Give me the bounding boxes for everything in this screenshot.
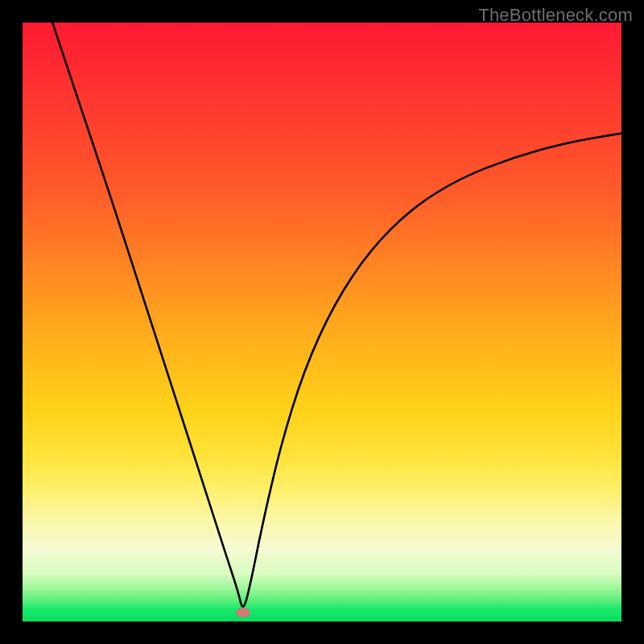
- chart-frame: TheBottleneck.com: [0, 0, 644, 644]
- plot-area: [23, 23, 621, 621]
- optimal-point-marker: [236, 608, 250, 617]
- watermark-text: TheBottleneck.com: [478, 5, 633, 26]
- bottleneck-curve: [23, 23, 621, 621]
